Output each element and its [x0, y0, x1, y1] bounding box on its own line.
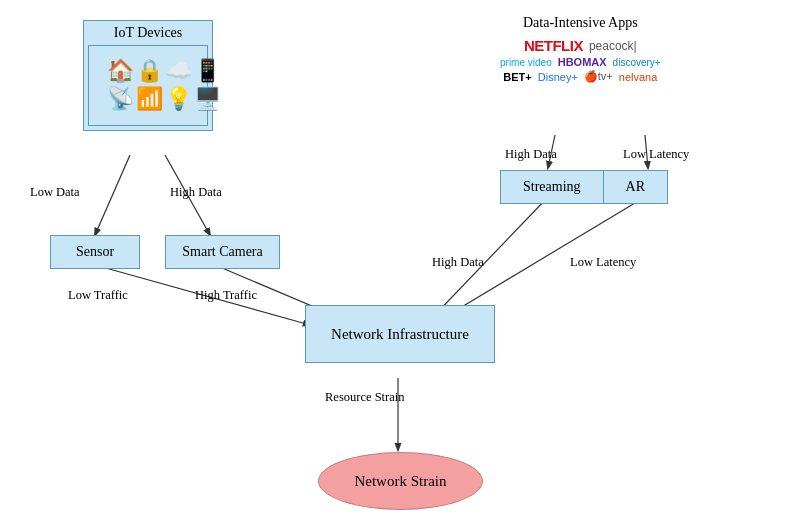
low-traffic-label: Low Traffic	[68, 288, 128, 303]
discovery-logo: discovery+	[613, 57, 661, 68]
cloud-icon: ☁️	[165, 58, 192, 84]
high-data-mid-label: High Data	[432, 255, 484, 270]
low-latency-top-label: Low Latency	[623, 147, 689, 162]
streaming-label: Streaming	[523, 179, 581, 194]
hbomax-logo: HBOMAX	[558, 56, 607, 68]
sensor-label: Sensor	[76, 244, 114, 260]
iot-icons: 🏠 🔒 ☁️ 📱 📡 📶 💡 🖥️	[103, 54, 193, 117]
network-infra-label: Network Infrastructure	[331, 326, 469, 343]
wifi-icon: 📶	[136, 86, 163, 112]
streaming-cell: Streaming	[501, 171, 604, 203]
app-row-1: NETFLIX peacock|	[524, 37, 637, 54]
diagram-container: IoT Devices 🏠 🔒 ☁️ 📱 📡 📶 💡 🖥️ Low Data H…	[0, 0, 790, 529]
network-strain-label: Network Strain	[354, 473, 446, 490]
phone-icon: 📱	[194, 58, 221, 84]
peacock-logo: peacock|	[589, 39, 637, 53]
iot-title: IoT Devices	[114, 25, 183, 45]
iot-devices-node: IoT Devices 🏠 🔒 ☁️ 📱 📡 📶 💡 🖥️	[83, 20, 213, 131]
prime-logo: prime video	[500, 57, 552, 68]
resource-strain-label: Resource Strain	[325, 390, 405, 405]
svg-line-0	[95, 155, 130, 235]
smart-camera-node: Smart Camera	[165, 235, 280, 269]
app-row-2: prime video HBOMAX discovery+	[500, 56, 661, 68]
nelvana-logo: nelvana	[619, 71, 658, 83]
streaming-ar-container: Streaming AR	[500, 170, 668, 204]
home-icon: 🏠	[107, 58, 134, 84]
lock-icon: 🔒	[136, 58, 163, 84]
monitor-icon: 🖥️	[194, 86, 221, 112]
high-data-iot-label: High Data	[170, 185, 222, 200]
low-latency-mid-label: Low Latency	[570, 255, 636, 270]
data-apps-box: Data-Intensive Apps NETFLIX peacock| pri…	[500, 15, 661, 83]
data-apps-title: Data-Intensive Apps	[500, 15, 661, 31]
high-traffic-label: High Traffic	[195, 288, 257, 303]
ar-cell: AR	[604, 171, 667, 203]
network-infra-node: Network Infrastructure	[305, 305, 495, 363]
appletv-logo: 🍎tv+	[584, 70, 613, 83]
sensor-node: Sensor	[50, 235, 140, 269]
smart-camera-label: Smart Camera	[182, 244, 262, 260]
signal-icon: 📡	[107, 86, 134, 112]
bulb-icon: 💡	[165, 86, 192, 112]
low-data-label: Low Data	[30, 185, 80, 200]
high-data-apps-label: High Data	[505, 147, 557, 162]
app-logos: NETFLIX peacock| prime video HBOMAX disc…	[500, 37, 661, 83]
ar-label: AR	[626, 179, 645, 194]
bet-logo: BET+	[503, 71, 531, 83]
network-strain-node: Network Strain	[318, 452, 483, 510]
netflix-logo: NETFLIX	[524, 37, 583, 54]
app-row-3: BET+ Disney+ 🍎tv+ nelvana	[503, 70, 657, 83]
disney-logo: Disney+	[538, 71, 578, 83]
